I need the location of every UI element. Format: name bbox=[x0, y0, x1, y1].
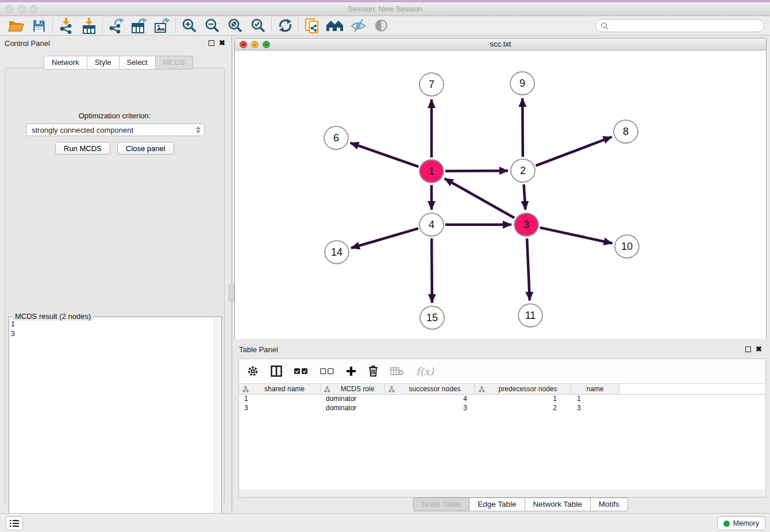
zoom-fit-icon[interactable] bbox=[224, 17, 247, 34]
column-header-MCDS-role[interactable]: MCDS role bbox=[321, 384, 385, 394]
search-input[interactable] bbox=[595, 19, 764, 32]
toolbar-separator bbox=[102, 18, 103, 33]
graph-canvas[interactable]: 7968124314101511 bbox=[235, 51, 766, 339]
window-title: Session: New Session bbox=[0, 5, 770, 13]
cell-successor-nodes[interactable]: 4 bbox=[385, 395, 475, 404]
graph-edge-4-14[interactable] bbox=[351, 229, 418, 248]
zoom-out-icon[interactable] bbox=[201, 17, 224, 34]
column-header-shared-name[interactable]: shared name bbox=[239, 384, 321, 394]
graph-node-7[interactable]: 7 bbox=[419, 72, 444, 97]
export-table-icon[interactable] bbox=[128, 17, 151, 34]
column-header-name[interactable]: name bbox=[571, 384, 619, 394]
graph-edge-1-2[interactable] bbox=[445, 171, 508, 171]
refresh-layout-icon[interactable] bbox=[274, 17, 297, 34]
hierarchy-icon bbox=[324, 386, 330, 392]
graph-node-4[interactable]: 4 bbox=[419, 213, 444, 237]
add-row-icon[interactable] bbox=[346, 366, 356, 376]
memory-label: Memory bbox=[733, 519, 759, 527]
reset-layout-home-icon[interactable] bbox=[324, 17, 346, 34]
table-header-row: shared nameMCDS rolesuccessor nodesprede… bbox=[239, 383, 765, 395]
table-horizontal-scrollbar[interactable] bbox=[239, 490, 765, 497]
close-table-panel-icon[interactable]: ✖ bbox=[756, 346, 762, 352]
select-all-checkboxes-icon[interactable] bbox=[294, 368, 308, 375]
tab-motifs[interactable]: Motifs bbox=[591, 498, 628, 511]
zoom-selected-icon[interactable] bbox=[247, 17, 270, 34]
tab-network-table[interactable]: Network Table bbox=[525, 498, 591, 511]
deselect-all-checkboxes-icon[interactable] bbox=[320, 368, 334, 375]
tab-network[interactable]: Network bbox=[44, 56, 87, 70]
criterion-dropdown[interactable]: strongly connected component bbox=[26, 124, 205, 136]
toolbar-separator bbox=[298, 18, 299, 33]
graph-edge-2-9[interactable] bbox=[522, 98, 523, 157]
tab-select[interactable]: Select bbox=[120, 56, 156, 70]
export-image-icon[interactable] bbox=[151, 17, 174, 34]
cell-MCDS-role[interactable]: dominator bbox=[321, 395, 385, 404]
memory-button[interactable]: Memory bbox=[717, 516, 765, 530]
cell-predecessor-nodes[interactable]: 1 bbox=[475, 395, 571, 404]
table-row[interactable]: 3dominator323 bbox=[239, 404, 765, 413]
close-panel-button[interactable]: Close panel bbox=[117, 142, 174, 155]
run-mcds-button[interactable]: Run MCDS bbox=[55, 142, 110, 155]
table-tabs: Node Table Edge Table Network Table Moti… bbox=[0, 498, 770, 511]
graph-node-9[interactable]: 9 bbox=[510, 71, 535, 95]
graph-node-8[interactable]: 8 bbox=[613, 119, 638, 144]
graph-node-10[interactable]: 10 bbox=[614, 234, 640, 259]
open-session-icon[interactable] bbox=[5, 17, 28, 34]
cell-name[interactable]: 1 bbox=[571, 395, 619, 404]
dropdown-stepper-icon bbox=[196, 126, 201, 133]
graph-edge-3-10[interactable] bbox=[540, 228, 612, 243]
cell-MCDS-role[interactable]: dominator bbox=[321, 404, 385, 413]
graph-edge-3-11[interactable] bbox=[527, 238, 530, 300]
graph-edge-3-1[interactable] bbox=[445, 179, 514, 218]
criterion-dropdown-value: strongly connected component bbox=[32, 126, 133, 134]
export-network-icon[interactable] bbox=[105, 17, 128, 34]
graph-node-15[interactable]: 15 bbox=[419, 306, 445, 330]
search-icon bbox=[600, 22, 609, 30]
column-header-predecessor-nodes[interactable]: predecessor nodes bbox=[475, 384, 571, 394]
import-table-icon[interactable] bbox=[78, 17, 101, 34]
graph-node-2[interactable]: 2 bbox=[510, 159, 536, 183]
close-panel-icon[interactable]: ✖ bbox=[219, 40, 225, 46]
table-panel-title: Table Panel bbox=[239, 345, 745, 354]
graph-node-11[interactable]: 11 bbox=[518, 303, 543, 327]
graph-edge-2-8[interactable] bbox=[536, 137, 611, 165]
show-eye-icon[interactable] bbox=[369, 17, 392, 34]
graph-edge-1-6[interactable] bbox=[351, 143, 419, 167]
graph-node-6[interactable]: 6 bbox=[324, 126, 349, 150]
table-row[interactable]: 1dominator411 bbox=[239, 395, 765, 404]
import-network-icon[interactable] bbox=[55, 17, 78, 34]
optimization-criterion-label: Optimization criterion: bbox=[5, 111, 224, 120]
cell-shared-name[interactable]: 3 bbox=[239, 404, 321, 413]
column-header-successor-nodes[interactable]: successor nodes bbox=[385, 384, 475, 394]
tab-style[interactable]: Style bbox=[87, 56, 120, 70]
tab-mcds[interactable]: MCDS bbox=[156, 56, 193, 70]
save-session-icon[interactable] bbox=[28, 17, 51, 34]
cell-shared-name[interactable]: 1 bbox=[239, 395, 321, 404]
clone-network-icon[interactable] bbox=[301, 17, 324, 34]
float-table-panel-icon[interactable] bbox=[745, 346, 751, 352]
graph-edge-2-3[interactable] bbox=[524, 184, 526, 210]
network-window-titlebar[interactable]: ✕ − + scc.txt bbox=[235, 38, 766, 51]
cell-predecessor-nodes[interactable]: 2 bbox=[475, 404, 571, 413]
delete-row-icon[interactable] bbox=[368, 365, 378, 377]
zoom-in-icon[interactable] bbox=[178, 17, 201, 34]
cell-successor-nodes[interactable]: 3 bbox=[385, 404, 475, 413]
toolbar-separator bbox=[271, 18, 272, 33]
graph-edge-4-15[interactable] bbox=[432, 238, 432, 303]
splitter-grip[interactable] bbox=[229, 284, 234, 302]
cell-name[interactable]: 3 bbox=[571, 404, 619, 413]
gear-icon[interactable] bbox=[247, 365, 259, 377]
status-bar: Memory bbox=[0, 513, 770, 532]
apply-function-icon[interactable]: f(x) bbox=[416, 365, 434, 377]
graph-node-14[interactable]: 14 bbox=[324, 240, 349, 264]
float-panel-icon[interactable] bbox=[209, 40, 214, 46]
graph-node-1[interactable]: 1 bbox=[419, 159, 444, 183]
hide-glasses-icon[interactable] bbox=[346, 17, 369, 34]
tab-edge-table[interactable]: Edge Table bbox=[469, 498, 525, 511]
tab-node-table[interactable]: Node Table bbox=[413, 498, 469, 511]
network-view-window: ✕ − + scc.txt 7968124314101511 bbox=[234, 38, 767, 339]
delete-table-icon[interactable] bbox=[390, 367, 404, 376]
columns-icon[interactable] bbox=[271, 365, 282, 377]
task-history-button[interactable] bbox=[6, 516, 23, 530]
graph-node-3[interactable]: 3 bbox=[514, 213, 539, 237]
